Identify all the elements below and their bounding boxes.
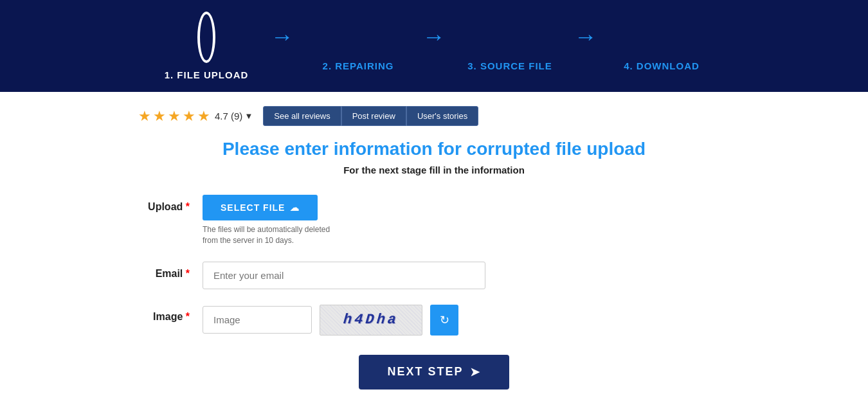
review-bar: ★ ★ ★ ★ ★ 4.7 (9) ▼ See all reviews Post…	[138, 106, 730, 126]
step-icon-wrap	[197, 12, 215, 63]
upload-note: The files will be automatically deleted …	[203, 224, 344, 246]
email-required: *	[186, 268, 190, 279]
refresh-icon: ↻	[440, 313, 449, 327]
see-all-reviews-button[interactable]: See all reviews	[263, 106, 341, 126]
upload-label: Upload *	[138, 195, 190, 213]
review-buttons: See all reviews Post review User's stori…	[263, 106, 478, 126]
image-field-wrap: h4Dha ↻	[203, 305, 458, 336]
rating-value: 4.7 (9)	[215, 111, 242, 121]
arrow-2: →	[422, 23, 446, 50]
upload-row: Upload * SELECT FILE ☁ The files will be…	[138, 195, 730, 246]
star-2: ★	[153, 108, 166, 125]
main-content: ★ ★ ★ ★ ★ 4.7 (9) ▼ See all reviews Post…	[113, 92, 755, 409]
page-title: Please enter information for corrupted f…	[138, 139, 730, 159]
post-review-button[interactable]: Post review	[341, 106, 406, 126]
step-repairing[interactable]: 2. REPAIRING	[300, 21, 416, 71]
email-row: Email *	[138, 262, 730, 289]
next-step-button[interactable]: NEXT STEP ➤	[359, 355, 509, 390]
step-source-file[interactable]: 3. SOURCE FILE	[452, 21, 568, 71]
star-1: ★	[138, 108, 151, 125]
next-step-wrap: NEXT STEP ➤	[138, 355, 730, 390]
email-field-wrap	[203, 262, 485, 289]
step-bar: 1. FILE UPLOAD → 2. REPAIRING →	[0, 0, 868, 92]
captcha-image: h4Dha	[320, 305, 422, 336]
captcha-input[interactable]	[203, 306, 312, 334]
star-4: ★	[183, 108, 195, 125]
step-download-label: 4. DOWNLOAD	[624, 60, 700, 71]
select-file-button[interactable]: SELECT FILE ☁	[203, 195, 318, 220]
user-stories-button[interactable]: User's stories	[406, 106, 478, 126]
step-file-upload[interactable]: 1. FILE UPLOAD	[149, 12, 264, 80]
refresh-captcha-button[interactable]: ↻	[430, 305, 458, 336]
email-input[interactable]	[203, 262, 485, 289]
step-file-upload-label: 1. FILE UPLOAD	[165, 69, 249, 80]
star-3: ★	[168, 108, 181, 125]
rating-dropdown[interactable]: ▼	[244, 111, 253, 121]
step-download[interactable]: 4. DOWNLOAD	[604, 21, 719, 71]
image-label: Image *	[138, 305, 190, 323]
image-required: *	[186, 311, 190, 322]
step-source-file-label: 3. SOURCE FILE	[467, 60, 552, 71]
upload-field: SELECT FILE ☁ The files will be automati…	[203, 195, 485, 246]
star-rating: ★ ★ ★ ★ ★ 4.7 (9) ▼	[138, 108, 253, 125]
email-label: Email *	[138, 262, 190, 280]
upload-required: *	[186, 201, 190, 212]
upload-icon: ☁	[290, 202, 300, 213]
image-row: Image * h4Dha ↻	[138, 305, 730, 336]
arrow-1: →	[271, 23, 294, 50]
page-subtitle: For the next stage fill in the informati…	[138, 165, 730, 175]
step-repairing-label: 2. REPAIRING	[323, 60, 394, 71]
star-5: ★	[197, 108, 210, 125]
captcha-text: h4Dha	[343, 312, 399, 328]
next-arrow-icon: ➤	[470, 365, 481, 379]
arrow-3: →	[574, 23, 597, 50]
